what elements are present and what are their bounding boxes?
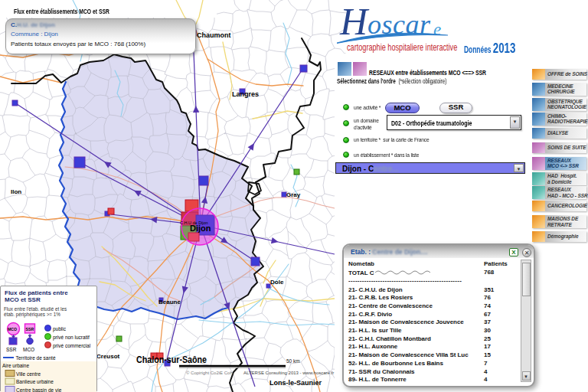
svg-text:Banlieue urbaine: Banlieue urbaine [16,379,54,384]
svg-text:© Copiright Co2iE Coh: © Copiright Co2iE Coh [186,371,233,375]
svg-text:Dole: Dole [270,279,284,286]
svg-text:cartographie hospitaliere inte: cartographie hospitaliere interactive [347,42,457,53]
svg-text:privé non lucratif: privé non lucratif [53,335,90,341]
svg-text:Lons-le-Saunier: Lons-le-Saunier [270,379,322,387]
svg-text:SSR: SSR [26,327,34,332]
svg-text:Centre bassin de vie: Centre bassin de vie [16,387,62,392]
svg-text:Dijon: Dijon [190,224,211,233]
svg-text:public: public [53,326,67,332]
svg-text:Gray: Gray [286,191,301,198]
svg-text:Ville centre: Ville centre [16,371,41,377]
svg-text:ALTERSE Consulting 2013 - www.: ALTERSE Consulting 2013 - www.hoscare.fr [243,371,334,375]
svg-text:50 km: 50 km [286,358,300,364]
svg-text:Beaune: Beaune [158,299,181,305]
svg-text:SSR: SSR [6,347,17,352]
svg-text:Langres: Langres [232,90,259,98]
svg-text:RESEAUX entre établissements M: RESEAUX entre établissements MCO <==> SS… [369,69,486,77]
svg-text:Territoire de santé: Territoire de santé [16,355,56,361]
svg-text:MCO: MCO [8,327,17,332]
svg-text:e: e [433,20,441,39]
svg-text:Chalon-sur-Saône: Chalon-sur-Saône [136,354,207,365]
svg-text:MCO: MCO [23,347,34,352]
svg-text:Creusot: Creusot [96,353,120,360]
svg-text:privé commercial: privé commercial [53,343,91,349]
svg-text:Aire urbaine: Aire urbaine [2,363,29,368]
svg-text:Ilon: Ilon [11,188,21,195]
svg-text:Chaumont: Chaumont [197,31,231,39]
